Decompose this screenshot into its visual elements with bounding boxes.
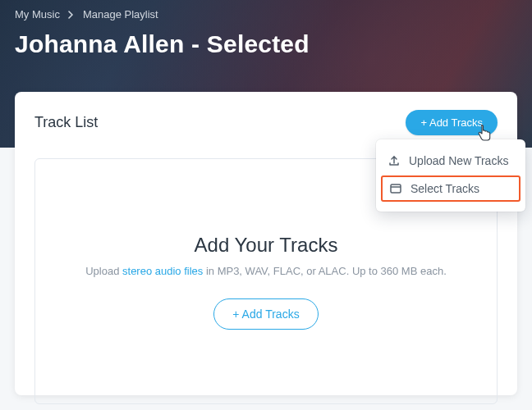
svg-rect-0: [391, 184, 401, 193]
dropzone-title: Add Your Tracks: [195, 234, 338, 257]
breadcrumb-root-link[interactable]: My Music: [15, 8, 60, 20]
card-title: Track List: [34, 114, 98, 131]
breadcrumb-current: Manage Playlist: [83, 8, 158, 20]
chevron-right-icon: [68, 11, 75, 19]
browser-window-icon: [389, 182, 402, 195]
track-list-card: Track List + Add Tracks Add Your Tracks …: [15, 92, 517, 395]
dropzone-sub-prefix: Upload: [85, 265, 122, 277]
dropzone-subtitle: Upload stereo audio files in MP3, WAV, F…: [85, 265, 447, 277]
upload-new-tracks-label: Upload New Tracks: [409, 154, 508, 167]
upload-icon: [388, 154, 401, 167]
select-tracks-item[interactable]: Select Tracks: [381, 175, 521, 202]
select-tracks-label: Select Tracks: [410, 182, 479, 195]
add-tracks-button[interactable]: + Add Tracks: [406, 110, 498, 135]
dropzone-sub-suffix: in MP3, WAV, FLAC, or ALAC. Up to 360 MB…: [203, 265, 446, 277]
stereo-audio-files-link[interactable]: stereo audio files: [122, 265, 203, 277]
add-tracks-popover: Upload New Tracks Select Tracks: [376, 139, 525, 212]
add-tracks-secondary-button[interactable]: + Add Tracks: [213, 298, 318, 330]
card-header: Track List + Add Tracks: [34, 110, 498, 135]
page-title: Johanna Allen - Selected: [0, 20, 532, 58]
breadcrumb: My Music Manage Playlist: [0, 0, 532, 20]
upload-new-tracks-item[interactable]: Upload New Tracks: [376, 148, 525, 174]
